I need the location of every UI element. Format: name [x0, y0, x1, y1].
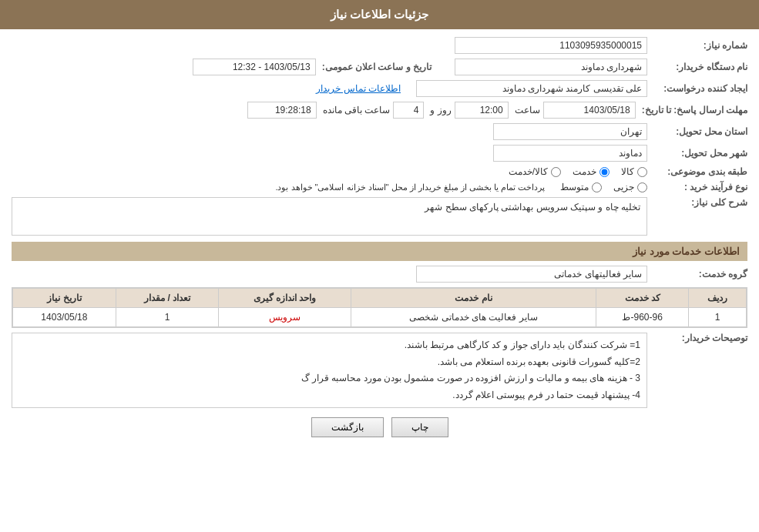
cell-nam: سایر فعالیت های خدماتی شخصی	[351, 308, 596, 327]
page-header: جزئیات اطلاعات نیاز	[0, 0, 759, 29]
tarix-aelan-value: 1403/05/13 - 12:32	[193, 59, 316, 75]
mohlat-saat: 12:00	[455, 102, 509, 119]
radio-khadamat-label: خدمت	[573, 166, 596, 177]
col-vahed: واحد اندازه گیری	[219, 289, 351, 308]
groh-khadamat-value: سایر فعالیتهای خدماتی	[416, 266, 647, 283]
main-content: شماره نیاز: 1103095935000015 نام دستگاه …	[0, 29, 759, 451]
radio-jozi-input[interactable]	[637, 182, 647, 192]
cell-vahed: سرویس	[219, 308, 351, 327]
mohlat-roz: 4	[393, 102, 424, 119]
radio-kala-label: کالا	[621, 166, 634, 177]
col-radif: ردیف	[689, 289, 747, 308]
cell-tarix: 1403/05/18	[13, 308, 116, 327]
services-table: ردیف کد خدمت نام خدمت واحد اندازه گیری ت…	[12, 288, 747, 327]
row-shahr: شهر محل تحویل: دماوند	[12, 145, 747, 162]
page-wrapper: جزئیات اطلاعات نیاز شماره نیاز: 11030959…	[0, 0, 759, 532]
radio-kala-khadamat-input[interactable]	[551, 167, 561, 177]
tabaqe-radio-group: کالا خدمت کالا/خدمت	[509, 166, 647, 177]
ijad-konande-label: ایجاد کننده درخواست:	[647, 83, 747, 94]
tarix-aelan-label: تاریخ و ساعت اعلان عمومی:	[316, 62, 432, 72]
nam-dastgah-value: شهرداری دماوند	[455, 59, 647, 75]
col-tarix: تاریخ نیاز	[13, 289, 116, 308]
row-noe-farayand: نوع فرآیند خرید : جزیی متوسط پرداخت تمام…	[12, 182, 747, 192]
col-nam: نام خدمت	[351, 289, 596, 308]
col-tedad: تعداد / مقدار	[116, 289, 219, 308]
farayand-radio-group: جزیی متوسط	[560, 182, 647, 192]
shomare-niaz-value: 1103095935000015	[455, 37, 647, 54]
row-ostan: استان محل تحویل: تهران	[12, 123, 747, 140]
row-shomare-niaz: شماره نیاز: 1103095935000015	[12, 37, 747, 54]
baqi-label: ساعت باقی مانده	[323, 105, 391, 115]
row-groh-khadamat: گروه خدمت: سایر فعالیتهای خدماتی	[12, 266, 747, 283]
print-button[interactable]: چاپ	[391, 417, 448, 437]
cell-radif: 1	[689, 308, 747, 327]
ostan-label: استان محل تحویل:	[647, 126, 747, 137]
row-tarix-dastgah: نام دستگاه خریدار: شهرداری دماوند تاریخ …	[12, 59, 747, 75]
radio-jozi-label: جزیی	[613, 182, 634, 192]
radio-motevaset-input[interactable]	[592, 182, 602, 192]
mohlat-label: مهلت ارسال پاسخ: تا تاریخ:	[636, 105, 747, 115]
services-table-container: ردیف کد خدمت نام خدمت واحد اندازه گیری ت…	[12, 287, 747, 328]
shomare-niaz-label: شماره نیاز:	[647, 40, 747, 51]
ijad-konande-value: علی تقدیسی کارمند شهرداری دماوند	[416, 80, 647, 97]
radio-kala-khadamat: کالا/خدمت	[509, 166, 561, 177]
page-title: جزئیات اطلاعات نیاز	[331, 8, 428, 21]
toseefat-box: 1= شرکت کنندگان باید دارای جواز و کد کار…	[12, 333, 647, 408]
nam-dastgah-label: نام دستگاه خریدار:	[647, 62, 747, 72]
buttons-row: چاپ بازگشت	[12, 417, 747, 437]
radio-kala-input[interactable]	[637, 167, 647, 177]
roz-label: روز و	[430, 105, 451, 115]
toseefat-line1: 1= شرکت کنندگان باید دارای جواز و کد کار…	[18, 337, 640, 354]
farayand-note: پرداخت تمام یا بخشی از مبلغ خریدار از مح…	[275, 182, 545, 192]
radio-khadamat-input[interactable]	[599, 167, 610, 177]
back-button[interactable]: بازگشت	[311, 417, 384, 437]
table-row: 1 960-96-ط سایر فعالیت های خدماتی شخصی س…	[13, 308, 747, 327]
toseefat-label: توصیحات خریدار:	[647, 333, 747, 343]
shahr-value: دماوند	[493, 145, 647, 162]
noe-farayand-label: نوع فرآیند خرید :	[647, 182, 747, 192]
toseefat-line2: 2=کلیه گسورات قانونی بعهده برنده استعلام…	[18, 354, 640, 371]
radio-motevaset-label: متوسط	[560, 182, 589, 192]
shahr-label: شهر محل تحویل:	[647, 148, 747, 159]
saat-label: ساعت	[515, 105, 540, 115]
ettelaat-link[interactable]: اطلاعات تماس خریدار	[316, 83, 401, 94]
radio-motevaset: متوسط	[560, 182, 602, 192]
toseefat-line3: 3 - هزینه های بیمه و مالیات و ارزش افزود…	[18, 370, 640, 387]
groh-khadamat-label: گروه خدمت:	[647, 269, 747, 279]
radio-khadamat: خدمت	[573, 166, 610, 177]
ostan-value: تهران	[493, 123, 647, 140]
cell-kod: 960-96-ط	[596, 308, 688, 327]
sharh-koli-label: شرح کلی نیاز:	[647, 197, 747, 208]
tabaqe-label: طبقه بندی موضوعی:	[647, 166, 747, 177]
row-ijad-konande: ایجاد کننده درخواست: علی تقدیسی کارمند ش…	[12, 80, 747, 97]
radio-kala-khadamat-label: کالا/خدمت	[509, 166, 548, 177]
cell-tedad: 1	[116, 308, 219, 327]
toseefat-line4: 4- پیشنهاد قیمت حتما در فرم پیوستی اعلام…	[18, 387, 640, 404]
mohlat-date: 1403/05/18	[543, 102, 636, 119]
row-mohlat: مهلت ارسال پاسخ: تا تاریخ: 1403/05/18 سا…	[12, 102, 747, 119]
col-kod: کد خدمت	[596, 289, 688, 308]
row-tabaqe: طبقه بندی موضوعی: کالا خدمت کالا/خدمت	[12, 166, 747, 177]
row-toseefat: توصیحات خریدار: 1= شرکت کنندگان باید دار…	[12, 333, 747, 408]
mohlat-baqi-value: 19:28:18	[247, 102, 317, 119]
radio-jozi: جزیی	[613, 182, 647, 192]
row-sharh-koli: شرح کلی نیاز: تخلیه چاه و سپتیک سرویس به…	[12, 197, 747, 236]
sharh-koli-value: تخلیه چاه و سپتیک سرویس بهداشتی پارکهای …	[12, 197, 647, 236]
radio-kala: کالا	[621, 166, 647, 177]
section2-title: اطلاعات خدمات مورد نیاز	[12, 242, 747, 261]
